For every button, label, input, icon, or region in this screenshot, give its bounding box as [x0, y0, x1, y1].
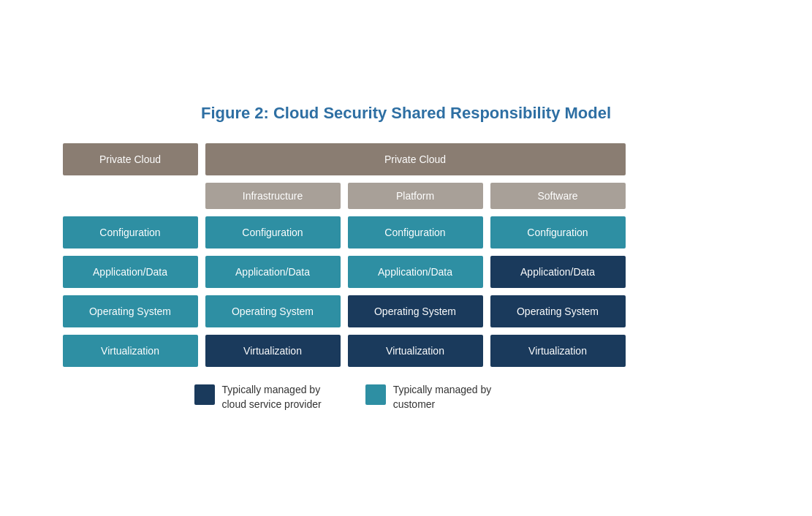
cell-virt-1: Virtualization: [63, 335, 198, 367]
cell-appdata-4: Application/Data: [490, 256, 626, 288]
cell-virt-3: Virtualization: [348, 335, 483, 367]
header-private-cloud-right: Private Cloud: [205, 143, 626, 175]
legend-item-customer: Typically managed by customer: [365, 383, 492, 411]
cell-virt-2: Virtualization: [205, 335, 341, 367]
cell-appdata-3: Application/Data: [348, 256, 483, 288]
legend: Typically managed by cloud service provi…: [63, 383, 750, 411]
cell-config-4: Configuration: [490, 216, 626, 248]
cell-os-2: Operating System: [205, 295, 341, 327]
subheader-platform: Platform: [348, 183, 483, 209]
cell-config-2: Configuration: [205, 216, 341, 248]
cell-config-1: Configuration: [63, 216, 198, 248]
grid: Private Cloud Private Cloud Infrastructu…: [63, 143, 750, 367]
cell-os-3: Operating System: [348, 295, 483, 327]
legend-text-customer: Typically managed by customer: [393, 383, 492, 411]
cell-os-1: Operating System: [63, 295, 198, 327]
legend-swatch-provider: [194, 384, 215, 405]
page-title: Figure 2: Cloud Security Shared Responsi…: [63, 104, 750, 123]
cell-appdata-1: Application/Data: [63, 256, 198, 288]
cell-config-3: Configuration: [348, 216, 483, 248]
cell-os-4: Operating System: [490, 295, 626, 327]
legend-swatch-customer: [365, 384, 386, 405]
subheader-software: Software: [490, 183, 626, 209]
subheader-infrastructure: Infrastructure: [205, 183, 341, 209]
header-private-cloud-left: Private Cloud: [63, 143, 198, 175]
legend-text-provider: Typically managed by cloud service provi…: [222, 383, 322, 411]
cell-virt-4: Virtualization: [490, 335, 626, 367]
main-container: Figure 2: Cloud Security Shared Responsi…: [41, 89, 772, 426]
legend-item-provider: Typically managed by cloud service provi…: [194, 383, 322, 411]
cell-appdata-2: Application/Data: [205, 256, 341, 288]
